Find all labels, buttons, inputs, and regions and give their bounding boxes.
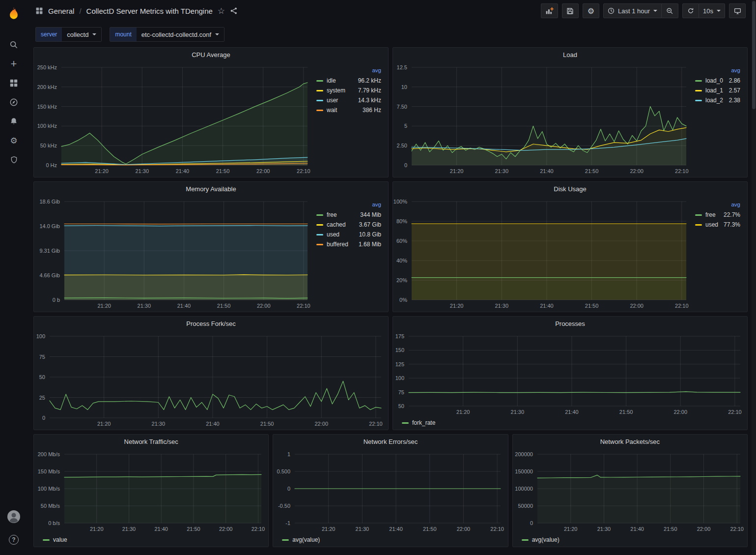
legend-item-wait[interactable]: wait386 Hz	[316, 105, 381, 115]
memory-legend: avgfree344 Mibcached3.67 Gibused10.8 Gib…	[314, 196, 388, 312]
legend-item-idle[interactable]: idle96.2 kHz	[316, 76, 381, 86]
panel-header-cpu[interactable]: CPU Average	[34, 48, 388, 61]
grafana-logo[interactable]	[5, 6, 22, 23]
zoom-out-button[interactable]	[662, 3, 678, 18]
grafana-app: + ⚙	[0, 0, 756, 555]
share-icon[interactable]	[230, 7, 238, 15]
panel-header-net-errors[interactable]: Network Errors/sec	[273, 435, 507, 448]
breadcrumb-general[interactable]: General	[48, 7, 74, 15]
avatar[interactable]	[7, 510, 20, 525]
legend-item-free[interactable]: free344 Mib	[316, 210, 381, 220]
legend-item-used[interactable]: used77.3%	[695, 220, 740, 230]
network-errors-chart[interactable]: 21:2021:3021:4021:5022:0022:10-1-0.5000.…	[273, 448, 507, 535]
legend-item-fork_rate[interactable]: fork_rate	[402, 419, 435, 426]
load-chart[interactable]: 21:2021:3021:4021:5022:0022:1002.5057.50…	[393, 61, 693, 177]
network-packets-chart[interactable]: 21:2021:3021:4021:5022:0022:100500001000…	[513, 448, 747, 535]
time-range-picker[interactable]: Last 1 hour	[603, 3, 662, 18]
dashboard-settings-gear-icon[interactable]: ⚙	[583, 3, 599, 18]
panel-cpu-average: CPU Average 21:2021:3021:4021:5022:0022:…	[33, 47, 389, 177]
panel-header-processes[interactable]: Processes	[393, 317, 747, 330]
legend-series-name: system	[327, 87, 345, 94]
help-icon[interactable]: ?	[4, 532, 24, 547]
cpu-average-chart[interactable]: 21:2021:3021:4021:5022:0022:100 Hz50 kHz…	[34, 61, 314, 177]
processes-chart[interactable]: 21:2021:3021:4021:5022:0022:105075100125…	[393, 330, 747, 418]
cycle-view-mode-button[interactable]	[729, 3, 746, 18]
legend-series-name: buffered	[327, 241, 348, 248]
add-panel-button[interactable]	[541, 3, 558, 18]
svg-text:25: 25	[39, 395, 45, 401]
svg-text:21:50: 21:50	[260, 421, 274, 427]
svg-text:100 kHz: 100 kHz	[37, 123, 57, 129]
legend-avg-header: avg	[316, 202, 381, 207]
panel-header-fork[interactable]: Process Fork/sec	[34, 317, 388, 330]
save-dashboard-button[interactable]	[562, 3, 579, 18]
svg-text:50000: 50000	[518, 503, 533, 509]
create-plus-icon[interactable]: +	[4, 57, 24, 71]
svg-text:22:10: 22:10	[730, 526, 744, 532]
svg-text:150 kHz: 150 kHz	[37, 104, 57, 110]
variable-mount-value[interactable]: etc-collectd-collectd.conf	[137, 28, 224, 41]
chart-svg: 21:2021:3021:4021:5022:0022:100255075100	[34, 330, 388, 430]
legend-series-value: 2.38	[729, 97, 740, 104]
cpu-legend: avgidle96.2 kHzsystem7.79 kHzuser14.3 kH…	[314, 61, 388, 177]
panel-header-load[interactable]: Load	[393, 48, 747, 61]
legend-item-buffered[interactable]: buffered1.68 Mib	[316, 239, 381, 249]
panel-processes: Processes 21:2021:3021:4021:5022:0022:10…	[392, 316, 748, 430]
server-admin-shield-icon[interactable]	[4, 152, 24, 167]
configuration-gear-icon[interactable]: ⚙	[4, 133, 24, 148]
explore-compass-icon[interactable]	[4, 95, 24, 110]
legend-item-cached[interactable]: cached3.67 Gib	[316, 220, 381, 230]
svg-text:7.50: 7.50	[397, 104, 407, 110]
legend-series-value: 10.8 Gib	[359, 231, 381, 238]
legend-item-load_2[interactable]: load_22.38	[695, 95, 740, 105]
legend-item-load_0[interactable]: load_02.86	[695, 76, 740, 86]
svg-text:0 b/s: 0 b/s	[48, 520, 60, 526]
svg-text:4.66 Gib: 4.66 Gib	[39, 272, 60, 278]
svg-text:21:40: 21:40	[540, 168, 554, 174]
process-fork-chart[interactable]: 21:2021:3021:4021:5022:0022:100255075100	[34, 330, 388, 430]
legend-series-value: 96.2 kHz	[358, 77, 381, 84]
variable-mount: mount etc-collectd-collectd.conf	[110, 27, 224, 42]
network-traffic-chart[interactable]: 21:2021:3021:4021:5022:0022:100 b/s50 Mb…	[34, 448, 268, 535]
svg-text:22:10: 22:10	[297, 303, 310, 309]
dashboards-icon[interactable]	[4, 76, 24, 90]
svg-text:21:30: 21:30	[138, 303, 151, 309]
panel-header-net-packets[interactable]: Network Packets/sec	[513, 435, 747, 448]
panel-header-disk[interactable]: Disk Usage	[393, 182, 747, 196]
disk-usage-chart[interactable]: 21:2021:3021:4021:5022:0022:100%20%40%60…	[393, 196, 693, 312]
legend-item-system[interactable]: system7.79 kHz	[316, 86, 381, 95]
breadcrumb-separator: /	[79, 7, 81, 15]
refresh-controls: 10s	[682, 3, 725, 18]
legend-item-user[interactable]: user14.3 kHz	[316, 95, 381, 105]
variable-server-value[interactable]: collectd	[62, 28, 101, 41]
svg-text:21:30: 21:30	[597, 526, 611, 532]
svg-text:50 Mb/s: 50 Mb/s	[41, 503, 60, 509]
alerting-bell-icon[interactable]	[4, 114, 24, 129]
legend-series-value: 22.7%	[724, 211, 740, 218]
star-icon[interactable]: ☆	[218, 6, 225, 16]
scrollbar-thumb[interactable]	[752, 1, 756, 109]
svg-text:10: 10	[401, 84, 407, 90]
svg-text:50 kHz: 50 kHz	[40, 143, 57, 148]
legend-series-value: 2.57	[729, 87, 740, 94]
legend-item-avg(value)[interactable]: avg(value)	[522, 536, 560, 543]
network-traffic-legend: value	[34, 535, 268, 547]
search-icon[interactable]	[4, 37, 24, 52]
legend-item-used[interactable]: used10.8 Gib	[316, 230, 381, 239]
svg-text:21:20: 21:20	[450, 168, 464, 174]
legend-item-value[interactable]: value	[43, 536, 67, 543]
refresh-interval-picker[interactable]: 10s	[699, 3, 725, 18]
panel-title: Load	[563, 51, 577, 58]
memory-chart[interactable]: 21:2021:3021:4021:5022:0022:100 b4.66 Gi…	[34, 196, 314, 312]
legend-item-avg(value)[interactable]: avg(value)	[282, 536, 320, 543]
scrollbar[interactable]	[752, 0, 756, 555]
svg-text:0: 0	[42, 415, 45, 421]
panel-header-memory[interactable]: Memory Available	[34, 182, 388, 196]
legend-item-load_1[interactable]: load_12.57	[695, 86, 740, 95]
panel-header-net-traffic[interactable]: Network Traffic/sec	[34, 435, 268, 448]
svg-text:175: 175	[395, 333, 404, 339]
chart-svg: 21:2021:3021:4021:5022:0022:100 Hz50 kHz…	[34, 61, 314, 177]
legend-series-name: wait	[327, 107, 337, 114]
refresh-button[interactable]	[682, 3, 699, 18]
legend-item-free[interactable]: free22.7%	[695, 210, 740, 220]
